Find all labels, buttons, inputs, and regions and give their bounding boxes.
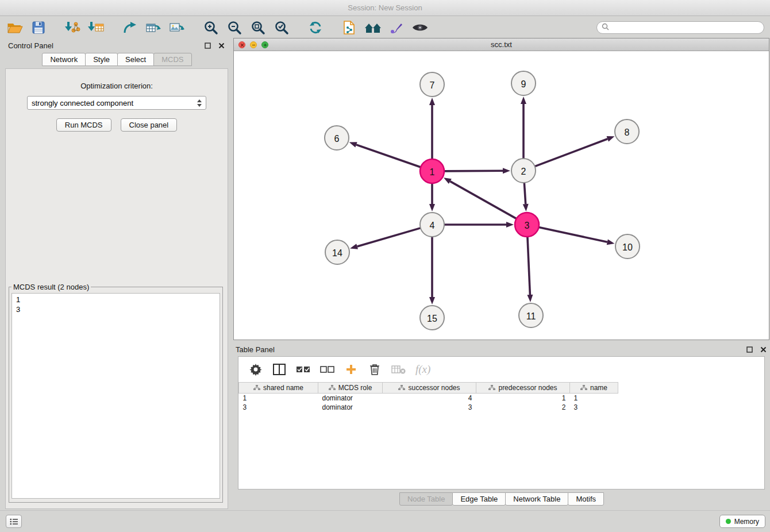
column-tree-icon xyxy=(329,385,336,391)
table-cell[interactable]: 1 xyxy=(476,394,570,403)
zoom-fit-icon[interactable] xyxy=(249,19,267,36)
table-cell[interactable]: 3 xyxy=(239,403,318,412)
node-14[interactable]: 14 xyxy=(325,240,349,264)
node-9[interactable]: 9 xyxy=(511,71,536,95)
network-canvas[interactable]: 7968124314101511 xyxy=(234,51,769,340)
edge-3-11[interactable] xyxy=(527,237,533,302)
table-panel: Table Panel xyxy=(233,342,769,509)
column-header-predecessor-nodes[interactable]: predecessor nodes xyxy=(476,383,570,394)
run-mcds-button[interactable]: Run MCDS xyxy=(56,118,111,132)
zoom-group xyxy=(202,19,291,36)
column-header-mcds-role[interactable]: MCDS role xyxy=(318,383,383,394)
node-11[interactable]: 11 xyxy=(519,303,543,327)
svg-text:1: 1 xyxy=(430,167,435,177)
close-panel-icon[interactable] xyxy=(217,41,225,49)
mcds-result-list[interactable]: 13 xyxy=(11,293,220,499)
column-header-name[interactable]: name xyxy=(570,383,618,394)
close-panel-button[interactable]: Close panel xyxy=(121,118,178,132)
zoom-out-icon[interactable] xyxy=(225,19,244,36)
tab-mcds[interactable]: MCDS xyxy=(153,53,191,66)
tab-style[interactable]: Style xyxy=(85,53,118,66)
node-15[interactable]: 15 xyxy=(420,306,444,330)
apply-style-icon[interactable] xyxy=(387,19,406,36)
criterion-dropdown[interactable]: strongly connected component xyxy=(27,96,206,110)
close-window-icon[interactable] xyxy=(238,41,245,48)
show-hide-eye-icon[interactable] xyxy=(411,19,429,36)
import-table-icon[interactable] xyxy=(87,19,105,36)
table-row[interactable]: 3dominator323 xyxy=(239,403,618,412)
node-6[interactable]: 6 xyxy=(325,126,349,150)
float-table-panel-icon[interactable] xyxy=(745,345,753,353)
tab-node-table[interactable]: Node Table xyxy=(399,492,453,506)
create-column-plus-icon[interactable] xyxy=(344,362,358,377)
edge-2-8[interactable] xyxy=(535,136,615,167)
edge-2-3[interactable] xyxy=(523,183,529,211)
table-cell[interactable]: 3 xyxy=(570,403,618,412)
refresh-icon[interactable] xyxy=(306,19,325,36)
table-row[interactable]: 1dominator411 xyxy=(239,394,618,403)
table-cell[interactable]: 1 xyxy=(239,394,318,403)
show-columns-icon[interactable] xyxy=(272,362,286,377)
zoom-window-icon[interactable] xyxy=(261,41,268,48)
zoom-selected-icon[interactable] xyxy=(272,19,291,36)
task-history-list-icon[interactable] xyxy=(6,515,22,528)
close-table-panel-icon[interactable] xyxy=(759,345,767,353)
node-10[interactable]: 10 xyxy=(615,234,640,259)
search-box[interactable] xyxy=(596,21,764,34)
zoom-in-icon[interactable] xyxy=(202,19,220,36)
memory-button[interactable]: Memory xyxy=(719,515,765,528)
edge-1-6[interactable] xyxy=(349,142,421,167)
control-panel-title: Control Panel xyxy=(8,41,53,50)
edge-1-4[interactable] xyxy=(429,183,435,211)
table-panel-tabs: Node Table Edge Table Network Table Moti… xyxy=(233,492,769,506)
table-cell[interactable]: 4 xyxy=(383,394,476,403)
table-cell[interactable]: 1 xyxy=(570,394,618,403)
network-window-title: scc.txt xyxy=(491,40,512,49)
home-icon[interactable] xyxy=(364,19,382,36)
column-header-successor-nodes[interactable]: successor nodes xyxy=(383,383,476,394)
edge-4-14[interactable] xyxy=(350,228,421,249)
table-toolbar: f(x) xyxy=(238,357,764,382)
save-session-icon[interactable] xyxy=(29,19,48,36)
export-network-file-icon[interactable] xyxy=(340,19,359,36)
export-network-icon[interactable] xyxy=(121,19,139,36)
node-7[interactable]: 7 xyxy=(420,72,444,97)
search-input[interactable] xyxy=(613,23,759,32)
column-header-shared-name[interactable]: shared name xyxy=(239,383,318,394)
tab-select[interactable]: Select xyxy=(117,53,154,66)
edge-3-1[interactable] xyxy=(444,178,517,218)
float-panel-icon[interactable] xyxy=(203,41,211,49)
table-cell[interactable]: dominator xyxy=(318,403,383,412)
deselect-all-columns-icon[interactable] xyxy=(320,362,334,377)
edge-1-2[interactable] xyxy=(444,168,510,174)
edge-4-15[interactable] xyxy=(429,237,435,304)
tab-network[interactable]: Network xyxy=(42,53,86,66)
node-1[interactable]: 1 xyxy=(420,159,444,183)
delete-column-trash-icon[interactable] xyxy=(368,362,382,377)
edge-3-10[interactable] xyxy=(539,227,615,245)
table-cell[interactable]: dominator xyxy=(318,394,383,403)
import-network-icon[interactable] xyxy=(63,19,82,36)
select-all-columns-icon[interactable] xyxy=(296,362,310,377)
open-file-icon[interactable] xyxy=(6,19,24,36)
tab-edge-table[interactable]: Edge Table xyxy=(452,492,506,506)
node-2[interactable]: 2 xyxy=(511,159,536,183)
export-image-icon[interactable] xyxy=(168,19,186,36)
export-table-icon[interactable] xyxy=(144,19,163,36)
column-tree-icon xyxy=(253,385,260,391)
table-settings-gear-icon[interactable] xyxy=(249,362,263,377)
node-8[interactable]: 8 xyxy=(615,119,639,144)
edge-2-9[interactable] xyxy=(521,97,526,159)
network-window-titlebar[interactable]: scc.txt xyxy=(234,38,769,51)
node-3[interactable]: 3 xyxy=(515,213,539,237)
memory-status-icon xyxy=(726,519,731,524)
edge-4-3[interactable] xyxy=(444,222,514,228)
tab-motifs[interactable]: Motifs xyxy=(568,492,604,506)
minimize-window-icon[interactable] xyxy=(250,41,257,48)
table-cell[interactable]: 2 xyxy=(476,403,570,412)
table-cell[interactable]: 3 xyxy=(383,403,476,412)
tab-network-table[interactable]: Network Table xyxy=(505,492,568,506)
node-4[interactable]: 4 xyxy=(420,213,444,237)
optimization-criterion-label: Optimization criterion: xyxy=(6,82,228,90)
edge-1-7[interactable] xyxy=(429,98,435,159)
